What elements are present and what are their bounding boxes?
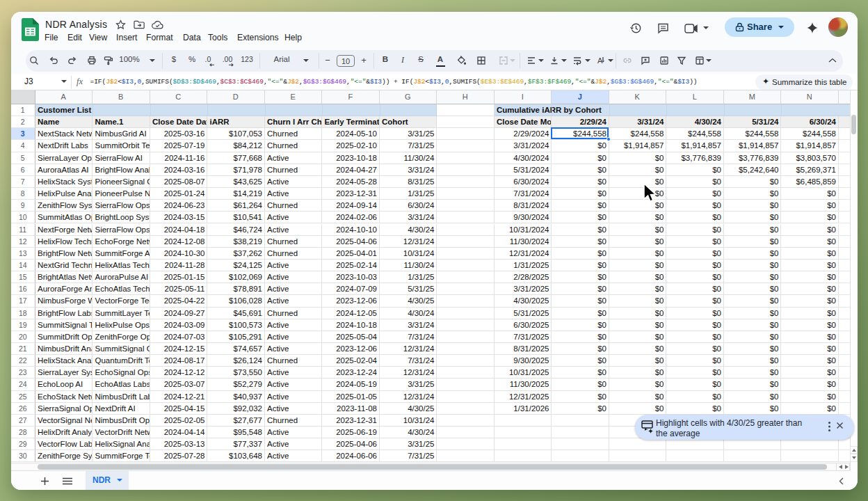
svg-text:A: A — [597, 56, 603, 65]
